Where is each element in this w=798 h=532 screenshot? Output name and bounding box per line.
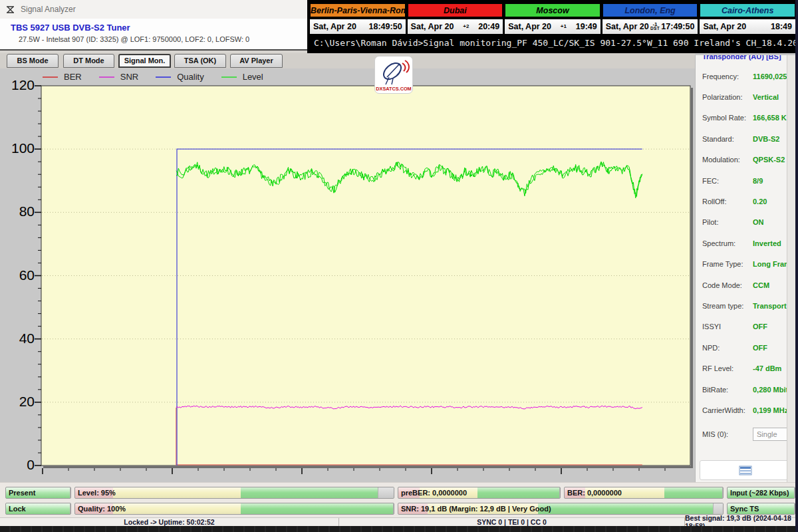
transponder-header: Transponder (AU) [BS] xyxy=(702,55,798,61)
tab-av-player[interactable]: AV Player xyxy=(230,54,283,68)
transponder-row: Spectrum:Inverted xyxy=(702,233,798,253)
field-value: OFF xyxy=(753,323,767,331)
field-value: ON xyxy=(753,218,764,226)
lock-indicator: Lock xyxy=(5,503,71,515)
field-label: Code Mode: xyxy=(702,281,753,289)
transponder-row: RF Level:-47 dBm xyxy=(702,358,798,378)
mis-label: MIS (0): xyxy=(702,430,753,438)
field-value: 0.20 xyxy=(753,198,767,205)
field-value: DVB-S2 xyxy=(753,135,779,143)
ber-swatch xyxy=(43,76,58,78)
transponder-row: RollOff:0.20 xyxy=(702,191,798,211)
field-value: Inverted xyxy=(753,239,781,247)
transponder-row: Polarization:Vertical xyxy=(702,86,798,107)
dst-offset: -1DST xyxy=(650,23,660,31)
tab-dt-mode[interactable]: DT Mode xyxy=(63,54,114,68)
sync-tei-cc-status: SYNC 0 | TEI 0 | CC 0 xyxy=(339,518,685,526)
quality-swatch xyxy=(156,76,171,78)
field-label: Symbol Rate: xyxy=(702,114,753,122)
tuner-info: TBS 5927 USB DVB-S2 Tuner 27.5W - Intels… xyxy=(0,19,307,49)
tab-signal-mon[interactable]: Signal Mon. xyxy=(118,54,171,68)
clock-time: 18:49 xyxy=(771,22,792,31)
clock-time: 19:49 xyxy=(576,22,597,31)
right-scrollbar-track[interactable] xyxy=(787,55,795,482)
level-meter: Level: 95% xyxy=(74,487,394,499)
mis-row: MIS (0): Single ▾ xyxy=(702,428,798,441)
transponder-panel: Transponder (AU) [BS] Frequency:11690,02… xyxy=(695,55,798,482)
field-value: OFF xyxy=(753,344,767,352)
field-value: QPSK-S2 xyxy=(753,156,785,164)
clock-date: Sat, Apr 20 xyxy=(606,22,649,31)
field-value: 8/9 xyxy=(753,177,763,185)
transponder-fields: Frequency:11690,025 MHzPolarization:Vert… xyxy=(702,66,798,421)
clock-date: Sat, Apr 20 xyxy=(508,22,551,31)
clock-time: 20:49 xyxy=(478,22,499,31)
ber-meter: BER: 0,0000000 xyxy=(564,487,724,499)
legend-item-snr: SNR xyxy=(99,72,138,82)
field-label: FEC: xyxy=(702,177,753,185)
app-icon xyxy=(5,5,15,15)
legend-item-ber: BER xyxy=(43,72,82,82)
field-value: CCM xyxy=(753,281,769,289)
signal-plot xyxy=(0,68,695,482)
transponder-row: Stream type:Transport xyxy=(702,295,798,316)
transponder-row: CarrierWidth:0,199 MHz xyxy=(702,400,798,420)
console-prompt[interactable]: C:\Users\Roman Dávid>Signal monitoring_P… xyxy=(310,37,795,51)
utc-offset: +2 xyxy=(463,25,469,29)
transponder-row: ISSYIOFF xyxy=(702,317,798,337)
transponder-row: Standard:DVB-S2 xyxy=(702,128,798,149)
snr-meter: SNR: 19,1 dB (Margin: 12,9 dB | Very Goo… xyxy=(398,503,724,515)
field-label: ISSYI xyxy=(702,323,753,331)
transponder-row: NPD:OFF xyxy=(702,337,798,358)
lock-uptime-status: Locked -> Uptime: 50:02:52 xyxy=(0,518,339,526)
signal-meters: Present Level: 95% preBER: 0,0000000 BER… xyxy=(0,482,798,517)
chart-region: BER SNR Quality Level 020406080100120 xyxy=(0,68,695,482)
tab-tsa[interactable]: TSA (OK) xyxy=(174,54,226,68)
field-label: RF Level: xyxy=(702,364,753,372)
svg-text:DXSATCS.COM: DXSATCS.COM xyxy=(376,86,411,92)
tab-strip: BS Mode DT Mode Signal Mon. TSA (OK) AV … xyxy=(0,53,695,68)
field-label: Frequency: xyxy=(702,72,753,80)
field-value: Transport xyxy=(753,302,787,310)
tuner-name: TBS 5927 USB DVB-S2 Tuner xyxy=(11,23,307,33)
clock-header-moscow: Moscow xyxy=(505,3,600,17)
signal-analyzer-window: Signal Analyzer TBS 5927 USB DVB-S2 Tune… xyxy=(0,0,798,532)
transponder-row: Frequency:11690,025 MHz xyxy=(702,66,798,86)
clock-date: Sat, Apr 20 xyxy=(313,22,356,31)
clock-header-dubai: Dubai xyxy=(408,3,503,17)
input-rate-indicator: Input (~282 Kbps) xyxy=(727,487,795,499)
field-label: RollOff: xyxy=(702,198,753,205)
status-bar: Locked -> Uptime: 50:02:52 SYNC 0 | TEI … xyxy=(0,517,798,526)
field-value: -47 dBm xyxy=(753,364,781,372)
clock-date: Sat, Apr 20 xyxy=(703,22,746,31)
clock-time-dubai: Sat, Apr 20 +2 20:49 xyxy=(408,19,503,34)
preber-meter: preBER: 0,0000000 xyxy=(398,487,561,499)
field-label: Frame Type: xyxy=(702,260,753,268)
clock-time-cairo: Sat, Apr 20 18:49 xyxy=(700,19,795,34)
field-label: Modulation: xyxy=(702,156,753,164)
clock-time: 18:49:50 xyxy=(369,22,402,31)
clock-header-cairo: Cairo-Athens xyxy=(700,3,795,17)
level-swatch xyxy=(221,76,237,78)
transponder-row: FEC:8/9 xyxy=(702,170,798,191)
field-label: Standard: xyxy=(702,135,753,143)
transponder-row: Pilot:ON xyxy=(702,212,798,233)
transponder-row: Code Mode:CCM xyxy=(702,275,798,295)
transport-list-button[interactable] xyxy=(700,460,791,480)
clock-time-moscow: Sat, Apr 20 +1 19:49 xyxy=(505,19,600,34)
field-label: Stream type: xyxy=(702,302,753,310)
tab-bs-mode[interactable]: BS Mode xyxy=(7,54,59,68)
window-bottom-border xyxy=(0,526,798,532)
transponder-row: BitRate:0,280 Mbit/s xyxy=(702,379,798,400)
sync-ts-indicator: Sync TS xyxy=(727,503,795,515)
mis-value: Single xyxy=(757,430,777,438)
clock-time: 17:49:50 xyxy=(661,22,694,31)
tuner-details: 27.5W - Intelsat 907 (ID: 3325) @ LOF1: … xyxy=(19,35,307,43)
clock-time-london: Sat, Apr 20 -1DST 17:49:50 xyxy=(602,19,698,34)
satellite-dish-icon: DXSATCS.COM xyxy=(375,57,412,93)
snr-swatch xyxy=(99,76,114,78)
transponder-row: Symbol Rate:166,658 KS/s xyxy=(702,108,798,128)
field-label: Spectrum: xyxy=(702,239,753,247)
window-title: Signal Analyzer xyxy=(21,5,76,14)
field-value: 0,199 MHz xyxy=(753,406,788,414)
